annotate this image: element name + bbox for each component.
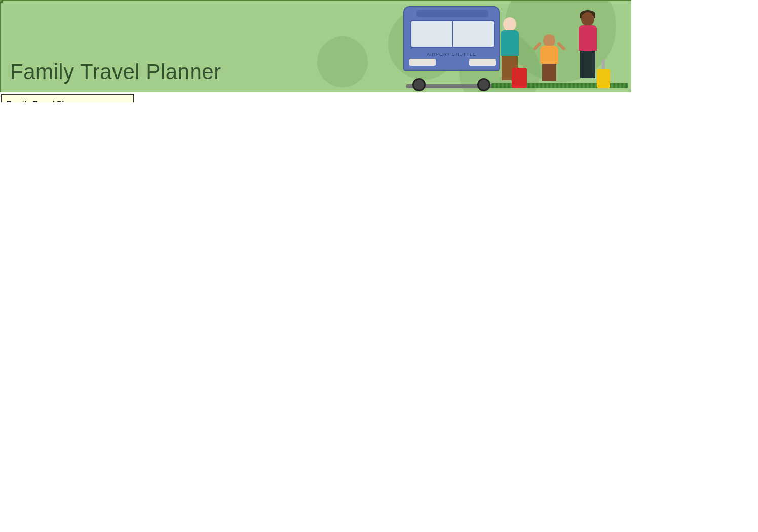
kid-figure [535, 34, 563, 83]
header-banner: Family Travel Planner AIRPORT SHUTTLE [0, 0, 631, 92]
family-illustration [496, 5, 622, 88]
bus-illustration: AIRPORT SHUTTLE [403, 6, 500, 85]
cell-comment-tooltip: Family Travel Planner Create a Family Tr… [1, 94, 134, 102]
page-title: Family Travel Planner [10, 60, 221, 84]
bus-label: AIRPORT SHUTTLE [404, 52, 499, 57]
tooltip-title: Family Travel Planner [7, 99, 128, 102]
red-suitcase-icon [512, 68, 527, 88]
yellow-suitcase-icon [597, 69, 610, 88]
selected-cell-indicator [0, 0, 3, 3]
